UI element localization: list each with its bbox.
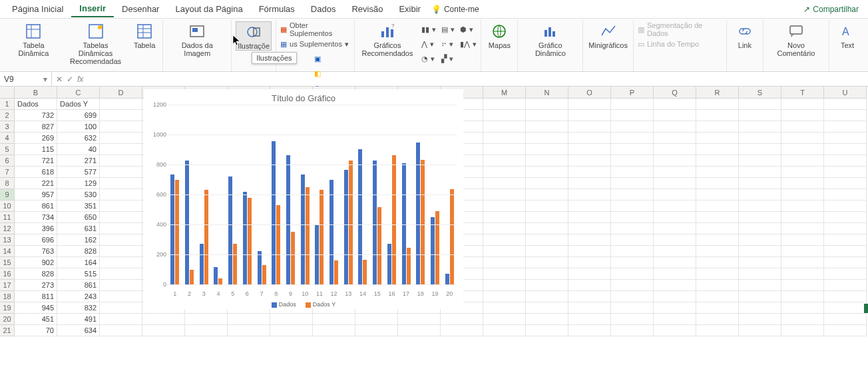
chart-bar-series2[interactable] (435, 211, 439, 284)
chart-bar-series2[interactable] (291, 232, 295, 284)
cell[interactable] (568, 246, 611, 257)
cell[interactable] (100, 167, 142, 178)
cell[interactable] (739, 302, 781, 314)
addin-bing-icon[interactable]: ◧ (314, 67, 321, 80)
cell[interactable] (526, 212, 568, 223)
cell[interactable]: Dados Y (57, 99, 100, 110)
cell[interactable] (739, 280, 781, 291)
cell[interactable] (654, 280, 696, 291)
cell[interactable] (611, 99, 654, 110)
cell[interactable] (526, 178, 568, 189)
chart-bar-series1[interactable] (344, 170, 348, 284)
cell[interactable] (483, 280, 526, 291)
cell[interactable] (611, 200, 654, 212)
cell[interactable] (483, 121, 526, 133)
cell[interactable] (781, 133, 824, 144)
cell[interactable] (739, 234, 781, 246)
cell[interactable] (142, 314, 185, 325)
cell[interactable] (568, 212, 611, 223)
cell[interactable]: 828 (57, 246, 100, 257)
cell[interactable]: 632 (57, 133, 100, 144)
cell[interactable] (568, 314, 611, 325)
cell[interactable] (696, 268, 739, 280)
cell[interactable] (568, 291, 611, 302)
row-header[interactable]: 19 (0, 302, 15, 314)
cell[interactable]: 396 (15, 223, 57, 234)
cell[interactable] (739, 223, 781, 234)
cell[interactable] (526, 291, 568, 302)
cell[interactable] (739, 257, 781, 268)
cell[interactable] (824, 189, 867, 200)
cell[interactable] (526, 133, 568, 144)
cell[interactable] (781, 167, 824, 178)
chart-bar-series2[interactable] (190, 270, 194, 285)
cell[interactable] (568, 155, 611, 167)
cell[interactable] (185, 325, 228, 336)
cell[interactable] (228, 325, 270, 336)
cell[interactable] (483, 234, 526, 246)
cell[interactable] (483, 257, 526, 268)
cell[interactable] (526, 189, 568, 200)
cell[interactable] (526, 167, 568, 178)
cell[interactable] (100, 257, 142, 268)
chart-waterfall-menu[interactable]: ▞▾ (441, 52, 455, 65)
cell[interactable] (781, 155, 824, 167)
cell[interactable]: 832 (57, 302, 100, 314)
cell[interactable] (568, 99, 611, 110)
column-header[interactable]: N (526, 87, 568, 99)
column-header[interactable]: Q (654, 87, 696, 99)
cell[interactable] (696, 200, 739, 212)
cell[interactable] (483, 189, 526, 200)
chart-bar-series1[interactable] (445, 274, 449, 284)
cell[interactable] (824, 325, 867, 336)
cell[interactable] (654, 234, 696, 246)
cell[interactable] (824, 178, 867, 189)
cell[interactable] (483, 144, 526, 155)
cell[interactable] (696, 121, 739, 133)
column-header[interactable]: T (781, 87, 824, 99)
cell[interactable]: 902 (15, 257, 57, 268)
cell[interactable] (526, 200, 568, 212)
cell[interactable] (100, 189, 142, 200)
maps-button[interactable]: Mapas (485, 21, 513, 49)
cell[interactable] (568, 110, 611, 121)
cell[interactable] (483, 212, 526, 223)
chart-bar-series1[interactable] (402, 163, 406, 284)
cell[interactable] (313, 314, 355, 325)
cell[interactable] (781, 212, 824, 223)
select-all-corner[interactable] (0, 87, 15, 99)
cell[interactable] (611, 223, 654, 234)
cell[interactable] (654, 246, 696, 257)
cell[interactable] (100, 155, 142, 167)
cell[interactable] (696, 223, 739, 234)
tab-draw[interactable]: Desenhar (114, 1, 167, 17)
cell[interactable] (526, 280, 568, 291)
cell[interactable]: 696 (15, 234, 57, 246)
cell[interactable] (654, 302, 696, 314)
row-header[interactable]: 18 (0, 291, 15, 302)
cell[interactable] (526, 121, 568, 133)
cell[interactable] (526, 257, 568, 268)
chart-pie-menu[interactable]: ◔▾ (421, 52, 436, 65)
row-header[interactable]: 5 (0, 144, 15, 155)
chart-bar-series1[interactable] (301, 175, 305, 284)
cell[interactable]: 828 (15, 268, 57, 280)
cell[interactable] (526, 99, 568, 110)
cell[interactable] (781, 144, 824, 155)
cell[interactable] (654, 291, 696, 302)
tab-insert[interactable]: Inserir (71, 1, 114, 17)
cell[interactable] (739, 325, 781, 336)
cell[interactable]: 269 (15, 133, 57, 144)
row-header[interactable]: 10 (0, 200, 15, 212)
cell[interactable] (739, 110, 781, 121)
cell[interactable] (696, 110, 739, 121)
cell[interactable] (824, 155, 867, 167)
tab-page-layout[interactable]: Layout da Página (167, 1, 250, 17)
cell[interactable] (483, 223, 526, 234)
addin-vizio-icon[interactable]: ▣ (314, 52, 321, 65)
cell[interactable] (654, 121, 696, 133)
cell[interactable] (568, 234, 611, 246)
cell[interactable] (526, 302, 568, 314)
cell[interactable] (696, 155, 739, 167)
chart-bar-series2[interactable] (421, 160, 425, 284)
